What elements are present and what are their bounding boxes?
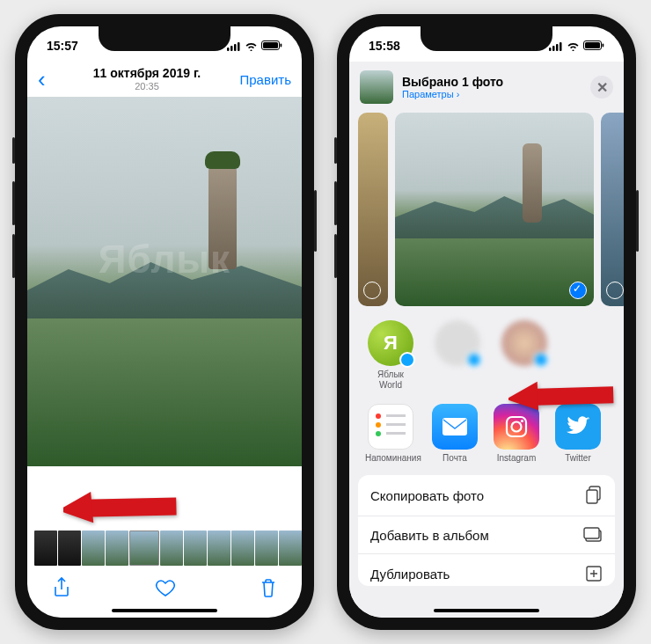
photo-prev[interactable] — [358, 113, 388, 306]
photo-date: 11 октября 2019 г. — [64, 67, 230, 80]
mail-icon — [432, 404, 478, 450]
share-apps-row: Напоминания Почта Instagram Twitter — [349, 399, 624, 473]
action-copy-photo[interactable]: Скопировать фото — [358, 475, 615, 516]
selection-title: Выбрано 1 фото — [402, 75, 503, 89]
photo-next[interactable] — [601, 113, 624, 306]
signal-icon — [227, 41, 241, 51]
phone-right: 15:58 Выбрано 1 фото Параметры › — [337, 14, 636, 630]
svg-rect-21 — [584, 528, 599, 538]
svg-rect-5 — [263, 42, 278, 48]
airdrop-row: Яблык World — [349, 306, 624, 399]
status-icons — [549, 40, 604, 51]
svg-rect-3 — [238, 42, 240, 51]
svg-rect-2 — [234, 44, 237, 51]
close-button[interactable]: ✕ — [590, 76, 613, 99]
svg-rect-12 — [585, 42, 600, 48]
svg-rect-8 — [552, 46, 555, 51]
svg-rect-15 — [507, 417, 526, 436]
app-instagram[interactable]: Instagram — [494, 404, 539, 463]
notch — [421, 26, 552, 51]
heart-icon[interactable] — [155, 578, 176, 601]
status-icons — [227, 40, 282, 51]
svg-point-17 — [521, 420, 523, 422]
options-link[interactable]: Параметры › — [402, 89, 503, 99]
checkmark-icon — [569, 282, 587, 299]
reminders-icon — [368, 404, 413, 450]
screen-right: 15:58 Выбрано 1 фото Параметры › — [349, 26, 624, 618]
status-time: 15:58 — [369, 39, 400, 53]
share-sheet: Выбрано 1 фото Параметры › ✕ — [349, 62, 624, 618]
airdrop-contact[interactable] — [432, 320, 483, 390]
airdrop-contact[interactable]: Яблык World — [365, 320, 416, 390]
app-reminders[interactable]: Напоминания — [365, 404, 416, 463]
app-twitter[interactable]: Twitter — [555, 404, 601, 463]
airdrop-badge-icon — [399, 352, 415, 368]
svg-rect-6 — [281, 44, 282, 48]
app-mail[interactable]: Почта — [432, 404, 478, 463]
photo-picker-row[interactable] — [349, 113, 624, 306]
copy-icon — [585, 486, 603, 505]
selection-thumb — [360, 70, 393, 104]
svg-rect-10 — [560, 42, 562, 51]
battery-icon — [261, 40, 282, 51]
svg-rect-9 — [556, 44, 559, 51]
svg-rect-13 — [603, 44, 604, 48]
chevron-right-icon: › — [457, 89, 460, 99]
action-duplicate[interactable]: Дублировать — [358, 554, 615, 586]
status-time: 15:57 — [47, 39, 78, 53]
instagram-icon — [494, 404, 539, 450]
twitter-icon — [555, 404, 601, 450]
action-list: Скопировать фото Добавить в альбом Дубли… — [358, 475, 615, 586]
wifi-icon — [245, 41, 258, 51]
airdrop-contact[interactable] — [499, 320, 550, 390]
bottom-toolbar — [27, 568, 302, 611]
photo-selected[interactable] — [395, 113, 594, 306]
share-icon[interactable] — [52, 576, 71, 603]
home-indicator[interactable] — [434, 609, 539, 612]
share-sheet-header: Выбрано 1 фото Параметры › ✕ — [349, 62, 624, 113]
comparison-stage: 15:57 ‹ 11 октября 2019 г. 20:35 Править… — [0, 0, 651, 644]
back-button[interactable]: ‹ — [38, 66, 64, 93]
photo-time: 20:35 — [64, 81, 230, 91]
svg-rect-0 — [227, 48, 230, 51]
trash-icon[interactable] — [260, 577, 277, 602]
phone-left: 15:57 ‹ 11 октября 2019 г. 20:35 Править… — [15, 14, 314, 630]
svg-rect-19 — [587, 490, 597, 503]
photo-viewer[interactable]: Яблык — [27, 97, 302, 466]
svg-rect-14 — [443, 418, 467, 435]
action-add-album[interactable]: Добавить в альбом — [358, 516, 615, 554]
nav-title: 11 октября 2019 г. 20:35 — [64, 67, 230, 91]
svg-rect-7 — [549, 48, 552, 51]
svg-point-16 — [512, 422, 522, 432]
screen-left: 15:57 ‹ 11 октября 2019 г. 20:35 Править… — [27, 26, 302, 618]
notch — [99, 26, 230, 51]
home-indicator[interactable] — [112, 609, 217, 612]
plus-square-icon — [585, 565, 603, 582]
thumbnail-strip[interactable] — [27, 528, 302, 568]
svg-rect-1 — [230, 46, 233, 51]
album-icon — [583, 527, 603, 543]
nav-bar: ‹ 11 октября 2019 г. 20:35 Править — [27, 62, 302, 97]
edit-button[interactable]: Править — [230, 72, 291, 87]
